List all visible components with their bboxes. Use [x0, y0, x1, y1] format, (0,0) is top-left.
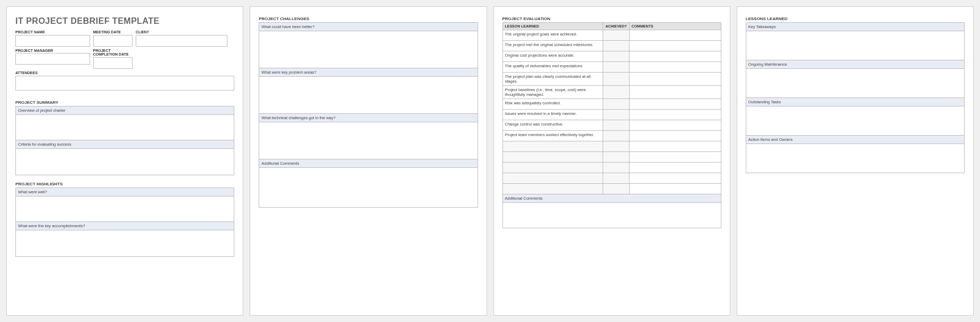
achieved-cell[interactable]: [603, 184, 629, 194]
table-row: The project met the original scheduled m…: [502, 41, 721, 51]
achieved-cell[interactable]: [603, 41, 629, 51]
lesson-header: LESSON LEARNED: [502, 23, 603, 30]
lesson-cell: Project baselines (i.e., time, scope, co…: [502, 86, 603, 99]
comments-cell[interactable]: [629, 73, 721, 86]
comments-cell[interactable]: [629, 41, 721, 51]
takeaways-textarea[interactable]: [746, 31, 965, 60]
meeting-date-input[interactable]: [93, 35, 133, 47]
comments-cell[interactable]: [629, 141, 721, 152]
lesson-cell[interactable]: [502, 163, 603, 173]
action-subheader: Action Items and Owners: [746, 136, 965, 144]
project-name-input[interactable]: [15, 35, 90, 47]
project-name-label: PROJECT NAME: [15, 30, 90, 34]
lesson-cell: Issues were resolved in a timely manner.: [502, 110, 603, 120]
achieved-cell[interactable]: [603, 120, 629, 131]
lesson-cell: Project team members worked effectively …: [502, 131, 603, 141]
client-label: CLIENT: [136, 30, 228, 34]
maintenance-textarea[interactable]: [746, 69, 965, 98]
table-row: The project plan was clearly communicate…: [502, 73, 721, 86]
achieved-cell[interactable]: [603, 131, 629, 141]
table-row: Project baselines (i.e., time, scope, co…: [502, 86, 721, 99]
evaluation-table: LESSON LEARNED ACHIEVED? COMMENTS The or…: [502, 22, 721, 194]
template-page-4: LESSONS LEARNED Key Takeaways Ongoing Ma…: [737, 6, 974, 316]
lesson-cell: Risk was adequately controlled.: [502, 99, 603, 110]
comments-cell[interactable]: [629, 184, 721, 194]
comments-cell[interactable]: [629, 51, 721, 62]
summary-section-label: PROJECT SUMMARY: [15, 100, 234, 105]
comments-cell[interactable]: [629, 86, 721, 99]
lesson-cell[interactable]: [502, 141, 603, 152]
comments-cell[interactable]: [629, 30, 721, 41]
maintenance-subheader: Ongoing Maintenance: [746, 60, 965, 69]
meta-row-1: PROJECT NAME MEETING DATE CLIENT: [15, 30, 234, 47]
completion-date-input[interactable]: [93, 57, 133, 69]
comments-cell[interactable]: [629, 131, 721, 141]
table-row: [502, 163, 721, 173]
comments-cell[interactable]: [629, 110, 721, 120]
lesson-cell: The quality of deliverables met expectat…: [502, 62, 603, 73]
comments-cell[interactable]: [629, 62, 721, 73]
meeting-date-label: MEETING DATE: [93, 30, 133, 34]
comments-cell[interactable]: [629, 99, 721, 110]
achieved-header: ACHIEVED?: [603, 23, 629, 30]
table-row: Risk was adequately controlled.: [502, 99, 721, 110]
meta-row-2: PROJECT MANAGER PROJECT COMPLETION DATE: [15, 49, 234, 69]
table-row: [502, 184, 721, 194]
template-page-2: PROJECT CHALLENGES What could have been …: [250, 6, 487, 316]
overview-textarea[interactable]: [15, 115, 234, 140]
action-textarea[interactable]: [746, 144, 965, 173]
lesson-cell[interactable]: [502, 184, 603, 194]
table-row: [502, 173, 721, 184]
lesson-cell: The project plan was clearly communicate…: [502, 73, 603, 86]
project-manager-input[interactable]: [15, 53, 90, 65]
comments-cell[interactable]: [629, 163, 721, 173]
challenges-comments-textarea[interactable]: [259, 168, 478, 208]
achieved-cell[interactable]: [603, 73, 629, 86]
takeaways-subheader: Key Takeaways: [746, 22, 965, 31]
lesson-cell[interactable]: [502, 173, 603, 184]
table-row: Issues were resolved in a timely manner.: [502, 110, 721, 120]
client-input[interactable]: [136, 35, 228, 47]
achieved-cell[interactable]: [603, 173, 629, 184]
table-row: [502, 152, 721, 163]
criteria-textarea[interactable]: [15, 149, 234, 175]
attendees-label: ATTENDEES: [15, 71, 234, 75]
technical-subheader: What technical challenges got in the way…: [259, 114, 478, 122]
highlights-section-label: PROJECT HIGHLIGHTS: [15, 182, 234, 186]
achieved-cell[interactable]: [603, 30, 629, 41]
achieved-cell[interactable]: [603, 163, 629, 173]
achieved-cell[interactable]: [603, 110, 629, 120]
eval-additional-textarea[interactable]: [502, 203, 721, 228]
accomplishments-textarea[interactable]: [15, 230, 234, 257]
comments-cell[interactable]: [629, 120, 721, 131]
better-textarea[interactable]: [259, 31, 478, 68]
template-page-1: IT PROJECT DEBRIEF TEMPLATE PROJECT NAME…: [6, 6, 243, 316]
achieved-cell[interactable]: [603, 141, 629, 152]
went-well-subheader: What went well?: [15, 187, 234, 196]
achieved-cell[interactable]: [603, 86, 629, 99]
comments-cell[interactable]: [629, 152, 721, 163]
template-page-3: PROJECT EVALUATION LESSON LEARNED ACHIEV…: [493, 6, 730, 316]
problems-textarea[interactable]: [259, 77, 478, 114]
achieved-cell[interactable]: [603, 99, 629, 110]
comments-header: COMMENTS: [629, 23, 721, 30]
comments-cell[interactable]: [629, 173, 721, 184]
table-row: The original project goals were achieved…: [502, 30, 721, 41]
accomplishments-subheader: What were the key accomplishments?: [15, 222, 234, 230]
challenges-section-label: PROJECT CHALLENGES: [259, 16, 478, 21]
criteria-subheader: Criteria for evaluating success: [15, 140, 234, 149]
eval-additional-subheader: Additional Comments: [502, 194, 721, 203]
technical-textarea[interactable]: [259, 122, 478, 159]
achieved-cell[interactable]: [603, 62, 629, 73]
attendees-input[interactable]: [15, 76, 234, 91]
project-manager-label: PROJECT MANAGER: [15, 49, 90, 53]
table-row: Original cost projections were accurate.: [502, 51, 721, 62]
table-row: [502, 141, 721, 152]
lesson-cell[interactable]: [502, 152, 603, 163]
outstanding-subheader: Outstanding Tasks: [746, 98, 965, 106]
achieved-cell[interactable]: [603, 51, 629, 62]
outstanding-textarea[interactable]: [746, 106, 965, 136]
evaluation-section-label: PROJECT EVALUATION: [502, 16, 721, 21]
achieved-cell[interactable]: [603, 152, 629, 163]
went-well-textarea[interactable]: [15, 196, 234, 222]
